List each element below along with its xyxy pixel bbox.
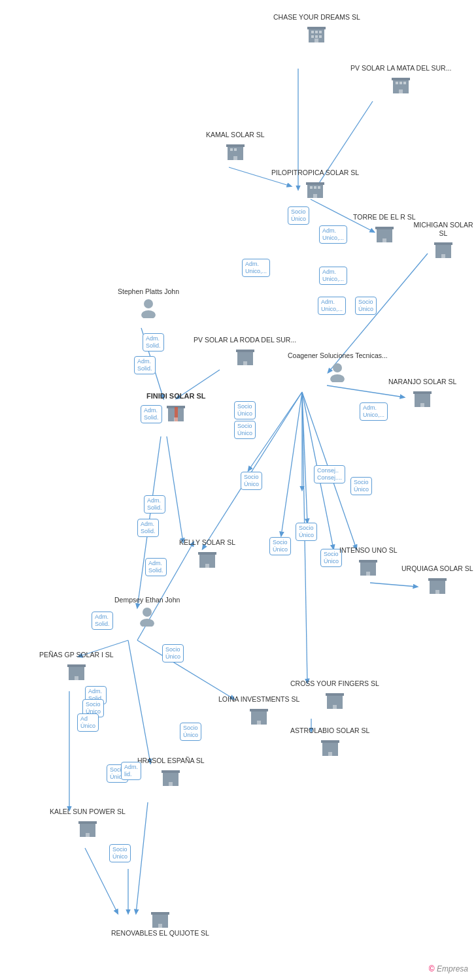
label-intenso-uno: INTENSO UNO SL — [339, 546, 398, 555]
svg-line-10 — [281, 392, 302, 536]
svg-line-11 — [302, 392, 307, 523]
svg-rect-73 — [420, 403, 424, 407]
node-cross-your-fingers[interactable]: CROSS YOUR FINGERS SL — [290, 679, 379, 710]
node-astrolabio-solar[interactable]: ASTROLABIO SOLAR SL — [290, 727, 369, 757]
badge-socio-unico-loina[interactable]: SocioÚnico — [180, 723, 201, 741]
svg-rect-45 — [230, 148, 233, 151]
svg-line-25 — [136, 802, 148, 913]
node-kelly-solar[interactable]: KELLY SOLAR SL — [179, 538, 235, 569]
svg-rect-93 — [333, 705, 337, 709]
badge-consej-1[interactable]: Consej..Consej.... — [314, 465, 345, 483]
node-chase-your-dreams[interactable]: CHASE YOUR DREAMS SL — [273, 13, 360, 44]
badge-socio-unico-low-1[interactable]: SocioÚnico — [269, 537, 291, 555]
svg-rect-63 — [236, 350, 254, 352]
svg-point-60 — [144, 299, 153, 308]
node-naranjo-solar[interactable]: NARANJO SOLAR SL — [388, 378, 456, 408]
label-cross-your-fingers: CROSS YOUR FINGERS SL — [290, 679, 379, 688]
node-intenso-uno[interactable]: INTENSO UNO SL — [339, 546, 398, 577]
badge-socio-unico-lower[interactable]: SocioÚnico — [109, 844, 131, 862]
node-pilopitropica[interactable]: PILOPITROPICA SOLAR SL — [271, 169, 359, 199]
svg-rect-89 — [250, 709, 268, 711]
badge-adm-unico-1[interactable]: Adm.Unico,... — [319, 225, 347, 244]
node-kamal-solar[interactable]: KAMAL SOLAR SL — [206, 131, 264, 161]
node-kalel-sun-power[interactable]: KALEL SUN POWER SL — [50, 808, 126, 838]
label-naranjo-solar: NARANJO SOLAR SL — [388, 378, 456, 386]
badge-adm-unico-naranjo[interactable]: Adm.Unico,... — [360, 402, 388, 421]
node-pv-solar-la-roda[interactable]: PV SOLAR LA RODA DEL SUR... — [194, 336, 296, 367]
node-hrasol-espana[interactable]: HRASOL ESPAÑA SL — [137, 757, 205, 787]
svg-line-21 — [137, 640, 234, 699]
badge-adm-solid-finidi[interactable]: Adm.Solid. — [141, 405, 162, 423]
svg-point-70 — [330, 374, 345, 382]
label-renovables-el-quijote: RENOVABLES EL QUIJOTE SL — [111, 929, 209, 938]
svg-line-15 — [167, 436, 183, 542]
badge-adm-solid-stephen-2[interactable]: Adm.Solid. — [134, 356, 156, 374]
badge-socio-unico-torre[interactable]: SocioÚnico — [355, 297, 377, 315]
node-pv-solar-la-mata[interactable]: PV SOLAR LA MATA DEL SUR... — [350, 64, 451, 95]
svg-rect-92 — [326, 693, 344, 696]
label-pv-solar-la-mata: PV SOLAR LA MATA DEL SUR... — [350, 64, 451, 73]
label-finidi-solar: FINIDI SOLAR SL — [146, 392, 205, 400]
node-urquiaga-solar[interactable]: URQUIAGA SOLAR SL — [401, 564, 473, 595]
badge-ad-unico-penas[interactable]: AdÚnico — [77, 713, 99, 732]
building-icon-renovables — [150, 908, 171, 929]
node-loina-investments[interactable]: LOINA INVESTMENTS SL — [218, 695, 299, 726]
svg-rect-75 — [198, 552, 216, 555]
node-dempsey-ethan[interactable]: Dempsey Ethan John — [114, 596, 180, 627]
badge-adm-solid-stephen-1[interactable]: Adm.Solid. — [143, 333, 164, 351]
building-icon-kamal — [225, 140, 246, 161]
svg-rect-34 — [315, 35, 318, 38]
badge-adm-unico-2[interactable]: Adm.Unico,... — [319, 267, 347, 285]
badge-adm-unico-3[interactable]: Adm.Unico,... — [242, 259, 270, 277]
node-stephen-platts[interactable]: Stephen Platts John — [118, 287, 179, 318]
svg-rect-46 — [234, 148, 237, 151]
node-coagener[interactable]: Coagener Soluciones Tecnicas... — [288, 351, 388, 382]
node-torre-de-el-r[interactable]: TORRE DE EL R SL — [353, 213, 416, 244]
badge-socio-unico-dempsey[interactable]: SocioÚnico — [162, 644, 184, 662]
badge-socio-unico-low-2[interactable]: SocioÚnico — [296, 523, 317, 541]
svg-point-84 — [140, 619, 154, 627]
badge-socio-unico-consej[interactable]: SocioÚnico — [350, 477, 372, 495]
svg-rect-33 — [311, 35, 314, 38]
svg-rect-96 — [328, 752, 332, 756]
svg-rect-72 — [413, 391, 432, 394]
svg-rect-51 — [314, 186, 316, 189]
badge-adm-lid-hrasol[interactable]: Adm.lid. — [121, 762, 141, 780]
graph-container: CHASE YOUR DREAMS SL PV SOLAR LA MATA DE… — [0, 0, 476, 980]
badge-adm-solid-lower-1[interactable]: Adm.Solid. — [144, 495, 165, 514]
svg-rect-104 — [151, 912, 169, 915]
building-icon-mata — [390, 74, 411, 95]
label-stephen-platts: Stephen Platts John — [118, 287, 179, 296]
label-dempsey-ethan: Dempsey Ethan John — [114, 596, 180, 604]
svg-rect-29 — [307, 27, 326, 29]
badge-socio-unico-coa-1[interactable]: SocioÚnico — [234, 401, 256, 419]
badge-socio-unico-pilo[interactable]: SocioÚnico — [288, 206, 309, 225]
svg-rect-47 — [233, 156, 237, 160]
svg-rect-41 — [403, 82, 406, 84]
label-torre-de-el-r: TORRE DE EL R SL — [353, 213, 416, 221]
badge-adm-solid-lower-2[interactable]: Adm.Solid. — [137, 519, 159, 537]
svg-rect-59 — [441, 254, 445, 258]
badge-adm-solid-dempsey[interactable]: Adm.Solid. — [92, 612, 113, 630]
building-icon-pilopitropica — [305, 178, 326, 199]
label-kamal-solar: KAMAL SOLAR SL — [206, 131, 264, 139]
node-michigan-solar[interactable]: MICHIGAN SOLAR SL — [411, 221, 476, 259]
svg-rect-55 — [375, 227, 394, 229]
svg-point-69 — [333, 363, 342, 372]
svg-rect-36 — [314, 39, 318, 42]
svg-rect-53 — [313, 194, 317, 198]
label-hrasol-espana: HRASOL ESPAÑA SL — [137, 757, 205, 765]
badge-socio-unico-mid[interactable]: SocioÚnico — [241, 472, 262, 490]
svg-rect-105 — [158, 924, 162, 928]
label-kalel-sun-power: KALEL SUN POWER SL — [50, 808, 126, 816]
building-icon-penas — [66, 661, 87, 681]
badge-adm-unico-4[interactable]: Adm.Unico,... — [318, 297, 346, 315]
badge-socio-unico-coa-2[interactable]: SocioÚnico — [234, 421, 256, 439]
svg-point-83 — [143, 608, 152, 617]
badge-adm-solid-kelly[interactable]: Adm.Solid. — [145, 558, 167, 576]
svg-rect-78 — [359, 560, 377, 563]
node-renovables-el-quijote[interactable]: RENOVABLES EL QUIJOTE SL — [111, 908, 209, 939]
label-pilopitropica: PILOPITROPICA SOLAR SL — [271, 169, 359, 177]
label-astrolabio-solar: ASTROLABIO SOLAR SL — [290, 727, 369, 735]
node-penas-gp-solar[interactable]: PEÑAS GP SOLAR I SL — [39, 651, 114, 681]
